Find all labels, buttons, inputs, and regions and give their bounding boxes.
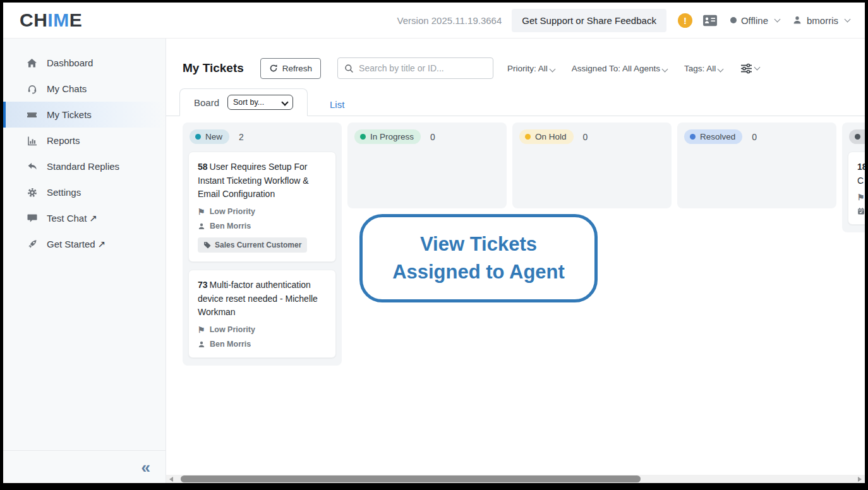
chevron-down-icon — [662, 66, 668, 72]
person-icon — [198, 222, 205, 230]
column-count: 0 — [583, 132, 588, 142]
column-count: 0 — [752, 132, 757, 142]
sort-select[interactable]: Sort by... — [227, 95, 293, 110]
status-dot-icon — [855, 134, 860, 140]
sidebar-item-label: My Chats — [47, 83, 87, 94]
calendar-check-icon — [857, 207, 865, 215]
tab-list[interactable]: List — [327, 93, 347, 116]
person-icon — [198, 340, 205, 349]
ticket-id: 73 — [198, 280, 208, 290]
ticket-id: 18 — [857, 162, 865, 172]
advanced-filters-button[interactable] — [740, 63, 759, 74]
rocket-icon — [27, 239, 37, 249]
username-label: bmorris — [807, 15, 838, 26]
scroll-right-arrow[interactable] — [858, 477, 862, 482]
ticket-id: 58 — [198, 162, 208, 172]
version-label: Version 2025.11.19.3664 — [397, 15, 502, 26]
callout-line: View Tickets — [420, 230, 537, 258]
home-icon — [27, 58, 37, 68]
ticket-tag: Sales Current Customer — [198, 237, 307, 253]
flag-icon: ⚑ — [857, 193, 865, 201]
ticket-title: 73Multi-factor authentication device res… — [198, 278, 327, 320]
warning-icon[interactable]: ! — [678, 13, 692, 28]
ticket-icon — [27, 111, 37, 119]
refresh-button[interactable]: Refresh — [260, 58, 321, 79]
column-in-progress: In Progress 0 — [347, 122, 507, 208]
column-header: On Hold 0 — [518, 128, 666, 144]
tab-board[interactable]: Board Sort by... — [179, 88, 308, 116]
contact-card-icon[interactable] — [702, 15, 718, 27]
chevron-down-icon — [718, 66, 724, 72]
ticket-assignee: Ben Morris — [198, 340, 327, 349]
page-title: My Tickets — [183, 61, 244, 75]
board-tab-label: Board — [194, 97, 219, 108]
sidebar-item-label: My Tickets — [47, 109, 92, 120]
bar-chart-icon — [27, 136, 37, 146]
sidebar: Dashboard My Chats My Tickets Reports St… — [3, 39, 166, 483]
ticket-card[interactable]: 18 C ⚑ — [848, 152, 865, 225]
view-tickets-callout: View Tickets Assigned to Agent — [359, 214, 598, 302]
ticket-priority: ⚑Low Priority — [198, 325, 327, 334]
sidebar-collapse-button[interactable]: « — [142, 459, 150, 475]
scrollbar-thumb[interactable] — [181, 475, 641, 482]
column-resolved: Resolved 0 — [677, 122, 836, 208]
sidebar-item-my-tickets[interactable]: My Tickets — [3, 102, 166, 128]
status-badge-new: New — [190, 129, 229, 144]
chime-logo: CHIME — [20, 11, 82, 30]
refresh-label: Refresh — [282, 64, 312, 73]
status-dot-icon — [525, 134, 531, 140]
ticket-title: 58User Requires Setup For Instant Ticket… — [198, 160, 327, 201]
ticket-title: 18 — [857, 160, 865, 174]
column-header: In Progress 0 — [353, 128, 501, 144]
sidebar-item-standard-replies[interactable]: Standard Replies — [3, 153, 166, 179]
tags-filter[interactable]: Tags: All — [684, 64, 723, 73]
user-icon — [792, 15, 802, 25]
tag-icon — [203, 241, 211, 249]
status-badge-on-hold: On Hold — [519, 129, 574, 144]
sidebar-item-settings[interactable]: Settings — [3, 179, 166, 205]
support-feedback-button[interactable]: Get Support or Share Feedback — [512, 9, 666, 32]
sidebar-item-label: Reports — [47, 135, 80, 146]
sidebar-item-test-chat[interactable]: Test Chat ↗ — [3, 205, 166, 231]
main-content: My Tickets Refresh Priority: All Assigne… — [166, 39, 865, 483]
chevron-down-icon — [549, 66, 555, 72]
ticket-card[interactable]: 58User Requires Setup For Instant Ticket… — [188, 152, 336, 262]
sidebar-item-dashboard[interactable]: Dashboard — [3, 50, 166, 76]
filter-group: Priority: All Assigned To: All Agents Ta… — [507, 64, 723, 73]
sidebar-item-get-started[interactable]: Get Started ↗ — [3, 231, 166, 257]
column-header: New 2 — [188, 128, 336, 144]
status-dot-icon — [195, 134, 201, 140]
ticket-assignee: Ben Morris — [198, 222, 327, 230]
sidebar-item-reports[interactable]: Reports — [3, 128, 166, 153]
sidebar-item-label: Settings — [47, 187, 81, 198]
chevron-down-icon — [845, 16, 851, 23]
headset-icon — [27, 84, 37, 94]
search-icon — [344, 64, 354, 73]
ticket-card[interactable]: 73Multi-factor authentication device res… — [188, 270, 336, 358]
callout-line: Assigned to Agent — [392, 258, 565, 286]
column-count: 0 — [430, 132, 435, 142]
ticket-priority: ⚑ — [857, 193, 865, 201]
horizontal-scrollbar[interactable] — [166, 475, 865, 483]
tickets-toolbar: My Tickets Refresh Priority: All Assigne… — [166, 39, 865, 79]
priority-filter[interactable]: Priority: All — [507, 64, 555, 73]
search-input[interactable] — [359, 63, 486, 73]
sidebar-item-label: Standard Replies — [47, 161, 119, 172]
column-header: Resolved 0 — [683, 128, 831, 144]
chat-bubble-icon — [27, 213, 37, 223]
column-count: 2 — [239, 132, 244, 142]
offline-dot-icon — [730, 17, 737, 23]
assigned-to-filter[interactable]: Assigned To: All Agents — [572, 64, 667, 73]
scroll-left-arrow[interactable] — [169, 477, 173, 482]
status-badge-closed: C — [849, 129, 865, 144]
status-label: Offline — [741, 15, 768, 26]
search-box[interactable] — [337, 57, 493, 79]
sidebar-item-my-chats[interactable]: My Chats — [3, 76, 166, 102]
sidebar-item-label: Get Started ↗ — [47, 239, 105, 250]
ticket-priority: ⚑Low Priority — [198, 207, 327, 216]
status-dropdown[interactable]: Offline — [730, 15, 780, 26]
user-menu[interactable]: bmorris — [792, 15, 850, 26]
column-header: C — [848, 128, 865, 144]
flag-icon: ⚑ — [198, 326, 205, 334]
column-new: New 2 58User Requires Setup For Instant … — [183, 122, 342, 366]
